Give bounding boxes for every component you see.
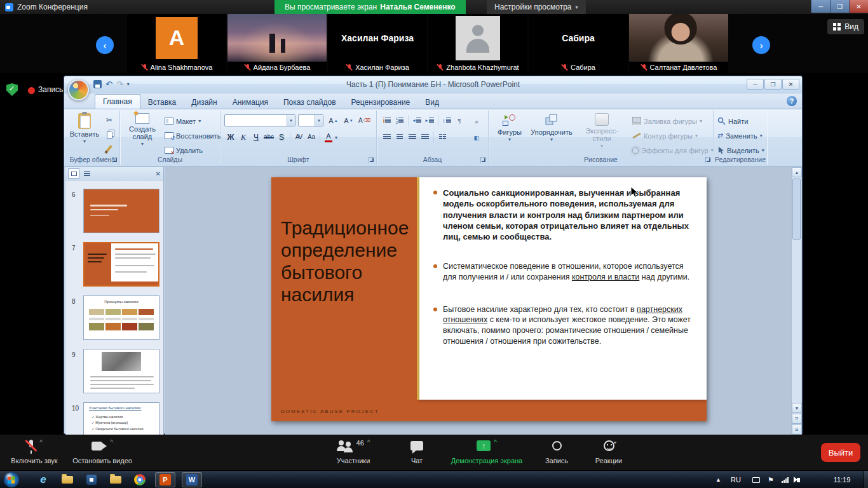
paste-button[interactable]: Вставить ▾ xyxy=(69,113,100,145)
zoom-minimize-button[interactable]: ─ xyxy=(811,0,830,13)
numbering-button[interactable]: 12 xyxy=(393,114,406,126)
scroll-down-button[interactable]: ▼ xyxy=(792,403,802,413)
stop-video-button[interactable]: ^ Остановить видео xyxy=(69,439,136,464)
scroll-up-button[interactable]: ▲ xyxy=(792,167,802,177)
chevron-up-icon[interactable]: ^ xyxy=(39,439,43,446)
line-spacing-button[interactable]: ↕ xyxy=(440,114,453,126)
font-size-combobox[interactable]: ▾ xyxy=(298,114,323,126)
chevron-up-icon[interactable]: ^ xyxy=(494,439,497,446)
tab-home[interactable]: Главная xyxy=(95,94,140,109)
strikethrough-button[interactable]: abc xyxy=(262,131,275,144)
font-name-combobox[interactable]: ▾ xyxy=(224,114,295,126)
participant-tile-alina[interactable]: A Alina Shakhmanova xyxy=(127,14,226,73)
shapes-button[interactable]: Фигуры ▾ xyxy=(492,113,527,143)
scroll-participants-right-button[interactable]: › xyxy=(752,36,770,54)
outline-tab[interactable] xyxy=(81,168,93,179)
text-shadow-button[interactable]: S xyxy=(275,131,288,144)
new-slide-button[interactable]: ✱ Создать слайд ▾ xyxy=(123,113,162,147)
bold-button[interactable]: Ж xyxy=(224,131,237,144)
start-button[interactable] xyxy=(4,472,19,487)
slide-thumbnail-8[interactable]: Принципы насилия xyxy=(83,295,159,340)
tray-display-icon[interactable] xyxy=(752,471,760,488)
tab-review[interactable]: Рецензирование xyxy=(344,95,418,109)
columns-button[interactable] xyxy=(436,131,449,143)
share-screen-button[interactable]: ↑^ Демонстрация экрана xyxy=(441,439,532,464)
chevron-down-icon[interactable]: ▾ xyxy=(287,115,295,126)
view-settings-dropdown[interactable]: Настройки просмотра ▾ xyxy=(487,0,586,14)
zoom-close-button[interactable]: ✕ xyxy=(849,0,868,13)
participant-tile-zhanbota[interactable]: Zhanbota Khazhymurat xyxy=(428,14,527,73)
select-button[interactable]: Выделить ▾ xyxy=(717,144,764,157)
taskbar-icon-explorer[interactable] xyxy=(57,472,78,487)
tray-volume[interactable] xyxy=(797,471,800,488)
slide-canvas[interactable]: Традиционное определение бытового насили… xyxy=(165,167,792,435)
hidden-icons-button[interactable]: ▲ xyxy=(715,471,721,488)
taskbar-icon-word[interactable]: W xyxy=(182,472,202,487)
leave-button[interactable]: Выйти xyxy=(821,443,860,462)
clear-formatting-button[interactable]: А⌫ xyxy=(358,114,371,126)
delete-slide-button[interactable]: ✕ Удалить xyxy=(165,144,203,157)
character-spacing-button[interactable]: AV xyxy=(292,131,305,144)
shape-outline-button[interactable]: Контур фигуры ▾ xyxy=(632,129,698,142)
reset-button[interactable]: ↺ Восстановить xyxy=(165,129,220,142)
slide-title[interactable]: Традиционное определение бытового насили… xyxy=(281,217,417,306)
next-slide-button[interactable]: ⇊ xyxy=(792,424,802,435)
align-text-button[interactable]: ≡ xyxy=(470,116,483,128)
tray-action-center[interactable]: ⚑ xyxy=(768,471,774,488)
tab-slideshow[interactable]: Показ слайдов xyxy=(276,95,344,109)
layout-button[interactable]: Макет ▾ xyxy=(165,114,201,128)
slide-content-box[interactable]: Социально санкционированная, выученная и… xyxy=(419,177,707,400)
taskbar-icon-powerpoint[interactable]: P xyxy=(155,472,175,487)
ppt-close-button[interactable]: ✕ xyxy=(782,79,799,90)
arrange-button[interactable]: Упорядочить ▾ xyxy=(529,113,574,143)
chevron-up-icon[interactable]: ^ xyxy=(367,439,370,446)
office-button[interactable] xyxy=(68,79,89,100)
align-right-button[interactable] xyxy=(406,131,419,143)
shrink-font-button[interactable]: А▼ xyxy=(342,114,355,126)
replace-button[interactable]: ⇄ Заменить ▾ xyxy=(717,129,763,142)
grow-font-button[interactable]: А▲ xyxy=(327,114,340,126)
tab-view[interactable]: Вид xyxy=(417,95,447,109)
quick-styles-button[interactable]: Экспресс-стили ▾ xyxy=(576,113,627,149)
chevron-down-icon[interactable]: ▾ xyxy=(335,135,337,140)
slides-tab[interactable] xyxy=(68,168,79,179)
taskbar-icon-app[interactable] xyxy=(81,472,102,487)
scroll-participants-left-button[interactable]: ‹ xyxy=(96,36,114,54)
align-center-button[interactable] xyxy=(393,131,406,143)
participant-tile-saltanat[interactable]: Салтанат Давлетова xyxy=(629,14,728,73)
dialog-launcher-icon[interactable] xyxy=(480,157,486,163)
slide-thumbnail-7-selected[interactable] xyxy=(83,242,159,287)
participant-tile-khasilan[interactable]: Хасилан Фариза Хасилан Фариза xyxy=(328,14,427,73)
chat-button[interactable]: Чат xyxy=(398,439,436,464)
text-direction-button[interactable]: ¶ xyxy=(453,114,466,126)
taskbar-icon-folder-2[interactable] xyxy=(105,472,126,487)
tray-network[interactable] xyxy=(782,471,789,488)
chevron-up-icon[interactable]: ^ xyxy=(110,439,113,446)
taskbar-icon-chrome[interactable] xyxy=(130,472,150,487)
shape-effects-button[interactable]: Эффекты для фигур ▾ xyxy=(632,144,714,157)
language-indicator[interactable]: RU xyxy=(731,471,741,488)
ppt-titlebar[interactable]: ↶ ↷ ▾ Часть 1 (П) Понимание БН - Microso… xyxy=(64,76,802,93)
font-color-button[interactable]: А xyxy=(322,131,335,144)
shape-fill-button[interactable]: Заливка фигуры ▾ xyxy=(632,114,702,128)
ppt-restore-button[interactable]: ❐ xyxy=(764,79,782,90)
copy-button[interactable] xyxy=(102,128,116,140)
dialog-launcher-icon[interactable] xyxy=(705,157,711,163)
dialog-launcher-icon[interactable] xyxy=(112,157,118,163)
find-button[interactable]: Найти xyxy=(717,114,748,128)
slide-thumbnail-6[interactable] xyxy=(83,189,159,233)
tab-animation[interactable]: Анимация xyxy=(225,95,276,109)
participants-button[interactable]: 46 ^ Участники xyxy=(323,439,384,464)
italic-button[interactable]: К xyxy=(237,131,250,144)
format-painter-button[interactable] xyxy=(102,142,116,154)
panel-close-icon[interactable]: ✕ xyxy=(156,170,161,177)
convert-smartart-button[interactable]: ◧ xyxy=(470,132,483,144)
help-button[interactable]: ? xyxy=(787,96,797,106)
decrease-indent-button[interactable]: ◂ xyxy=(410,114,423,126)
show-desktop-button[interactable] xyxy=(864,471,868,488)
tab-design[interactable]: Дизайн xyxy=(184,95,224,109)
slide-thumbnail-9[interactable] xyxy=(83,349,159,393)
bullets-button[interactable] xyxy=(381,114,393,126)
change-case-button[interactable]: Aa xyxy=(305,131,318,144)
scrollbar-thumb[interactable] xyxy=(792,179,801,240)
